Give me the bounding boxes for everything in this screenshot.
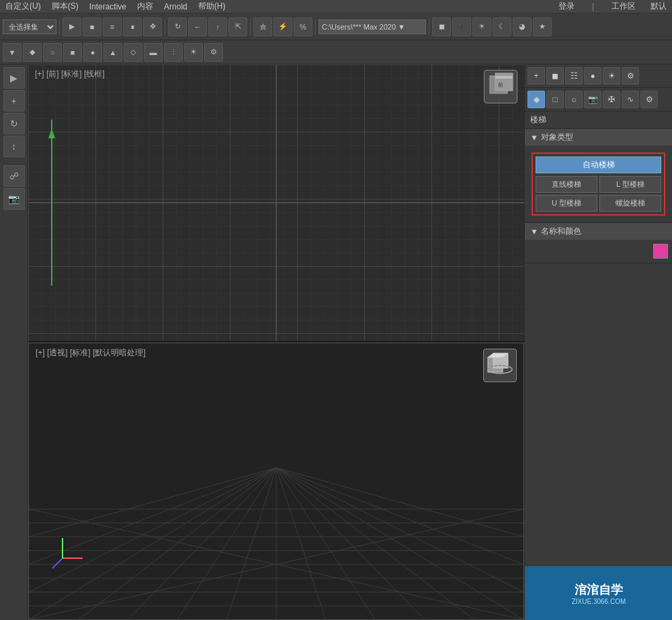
rp-btn-systems[interactable]: ⚙ [640,91,658,108]
path-input[interactable] [319,19,426,34]
rollout-name-color: ▼ 名称和颜色 [525,223,672,263]
left-toolbar: ▶ + ↻ ↕ ☍ 📷 [0,64,28,620]
menu-bar: 自定义(U) 脚本(S) Interactive 内容 Arnold 帮助(H)… [0,0,672,13]
toolbar-btn-scene[interactable]: ◼ [432,17,451,36]
toolbar2-btn-3[interactable]: ○ [43,43,62,62]
rollout-object-type-title: 对象类型 [541,132,573,143]
rollout-collapse-icon: ▼ [530,133,538,142]
rp-btn-geometry[interactable]: ◆ [528,91,545,108]
rp-btn-light[interactable]: ☼ [565,91,583,108]
u-stair-button[interactable]: U 型楼梯 [536,195,597,212]
main-area: ▶ + ↻ ↕ ☍ 📷 [+] [前] [标准] [线框] [0,64,672,620]
toolbar2-btn-8[interactable]: ▬ [144,43,163,62]
viewport-front-label: [+] [前] [标准] [线框] [35,69,105,80]
toolbar-separator-2 [165,19,165,35]
right-panel: + ◼ ☷ ● ☀ ⚙ ◆ □ ☼ 📷 ✠ ∿ ⚙ 楼梯 ▼ 对象 [524,64,672,620]
toolbar-btn-5[interactable]: ✥ [143,17,162,36]
left-btn-select[interactable]: ▶ [3,67,25,89]
rp-btn-motion[interactable]: ● [584,67,601,85]
menu-content[interactable]: 内容 [132,1,159,12]
rp-btn-spacewarp[interactable]: ∿ [622,91,639,108]
auto-stair-button[interactable]: 自动楼梯 [536,157,661,173]
rollout-object-type-header[interactable]: ▼ 对象类型 [525,129,672,146]
toolbar-btn-3[interactable]: ≡ [103,17,122,36]
workspace-label: 工作区 [606,1,641,12]
toolbar-btn-magnet[interactable]: ⛤ [253,17,272,36]
user-login[interactable]: 登录 [553,1,580,12]
toolbar-btn-percent[interactable]: % [294,17,312,36]
rollout-object-type-content: 自动楼梯 直线楼梯 L 型楼梯 U 型楼梯 螺旋楼梯 [525,146,672,222]
rollout-name-color-collapse-icon: ▼ [530,227,538,236]
menu-script[interactable]: 脚本(S) [46,1,84,12]
toolbar2-btn-2[interactable]: ◆ [23,43,42,62]
svg-text:前: 前 [498,82,503,88]
viewport-perspective-grid [29,343,523,620]
spiral-stair-button[interactable]: 螺旋楼梯 [599,195,661,212]
viewport-front-navcube[interactable]: 前 [484,70,517,103]
navcube-icon-front: 前 [486,72,515,101]
viewport-front[interactable]: [+] [前] [标准] [线框] [28,64,524,343]
toolbar2-btn-4[interactable]: ■ [63,43,82,62]
left-btn-camera[interactable]: 📷 [3,188,25,210]
navcube-icon-perspective [485,351,515,380]
rp-btn-display[interactable]: ☀ [603,67,620,85]
toolbar-btn-8[interactable]: ↑ [208,17,227,36]
rollout-name-color-header[interactable]: ▼ 名称和颜色 [525,223,672,240]
toolbar-btn-4[interactable]: ∎ [123,17,142,36]
left-btn-scale[interactable]: ↕ [3,136,25,157]
viewport-perspective[interactable]: [+] [透视] [标准] [默认明暗处理] ⌂ [28,343,524,621]
left-btn-move[interactable]: + [3,90,25,112]
toolbar-btn-9[interactable]: ⇱ [228,17,247,36]
left-btn-link[interactable]: ☍ [3,165,25,187]
left-btn-rotate[interactable]: ↻ [3,113,25,134]
toolbar2-btn-6[interactable]: ▲ [103,43,122,62]
toolbar-btn-env[interactable]: ◕ [513,17,532,36]
right-panel-iconbar: + ◼ ☷ ● ☀ ⚙ ◆ □ ☼ 📷 ✠ ∿ ⚙ [525,64,672,112]
rp-btn-helper[interactable]: ✠ [603,91,620,108]
toolbar-btn-mat[interactable]: ☾ [493,17,511,36]
watermark-logo: 涫涫自学 [575,582,623,598]
rp-btn-shape[interactable]: □ [546,91,564,108]
rollout-name-color-title: 名称和颜色 [541,226,581,237]
toolbar2-btn-5[interactable]: ● [83,43,102,62]
toolbar-btn-6[interactable]: ↻ [168,17,187,36]
rp-btn-camera-rp[interactable]: 📷 [584,91,601,108]
toolbar-btn-snap[interactable]: ⚡ [274,17,292,36]
rp-btn-utilities[interactable]: ⚙ [622,67,639,85]
right-panel-row1: + ◼ ☷ ● ☀ ⚙ [525,64,672,88]
viewport-perspective-navcube[interactable] [483,349,517,382]
toolbar2-btn-7[interactable]: ◇ [124,43,142,62]
toolbar-row2: ▼ ◆ ○ ■ ● ▲ ◇ ▬ ⋮ ☀ ⚙ [0,40,672,64]
toolbar-btn-fx[interactable]: ★ [533,17,552,36]
stair-type-grid: 直线楼梯 L 型楼梯 U 型楼梯 螺旋楼梯 [536,176,661,212]
toolbar-btn-render1[interactable]: ◾ [452,17,471,36]
workspace-type[interactable]: 默认 [645,1,672,12]
menu-interactive[interactable]: Interactive [84,2,132,11]
rp-btn-scene[interactable]: ◼ [546,67,564,85]
viewport-perspective-label: [+] [透视] [标准] [默认明暗处理] [36,347,146,359]
svg-rect-9 [495,76,513,79]
toolbar2-btn-1[interactable]: ▼ [3,43,22,62]
straight-stair-button[interactable]: 直线楼梯 [536,176,597,193]
menu-help[interactable]: 帮助(H) [193,1,231,12]
viewport-front-grid [28,64,524,341]
color-swatch[interactable] [653,244,668,259]
toolbar-btn-7[interactable]: ← [188,17,207,36]
l-stair-button[interactable]: L 型楼梯 [599,176,661,193]
toolbar2-btn-9[interactable]: ⋮ [164,43,183,62]
select-mode-dropdown[interactable]: 全选择集 [3,19,56,34]
toolbar-btn-1[interactable]: ▶ [62,17,81,36]
object-type-box: 自动楼梯 直线楼梯 L 型楼梯 U 型楼梯 螺旋楼梯 [532,152,665,216]
menu-customize[interactable]: 自定义(U) [0,1,46,12]
toolbar2-btn-10[interactable]: ☀ [184,43,203,62]
menu-arnold[interactable]: Arnold [159,2,193,11]
toolbar-btn-2[interactable]: ■ [83,17,101,36]
panel-label-stairs: 楼梯 [525,112,672,129]
rp-btn-plus[interactable]: + [528,67,545,85]
toolbar2-btn-11[interactable]: ⚙ [204,43,223,62]
rp-btn-hierarchy[interactable]: ☷ [565,67,583,85]
toolbar-row1: 全选择集 ▶ ■ ≡ ∎ ✥ ↻ ← ↑ ⇱ ⛤ ⚡ % ◼ ◾ ☀ ☾ ◕ ★ [0,13,672,40]
toolbar-btn-render2[interactable]: ☀ [472,17,491,36]
right-panel-row2: ◆ □ ☼ 📷 ✠ ∿ ⚙ [525,88,672,111]
rollout-name-color-content [525,240,672,263]
